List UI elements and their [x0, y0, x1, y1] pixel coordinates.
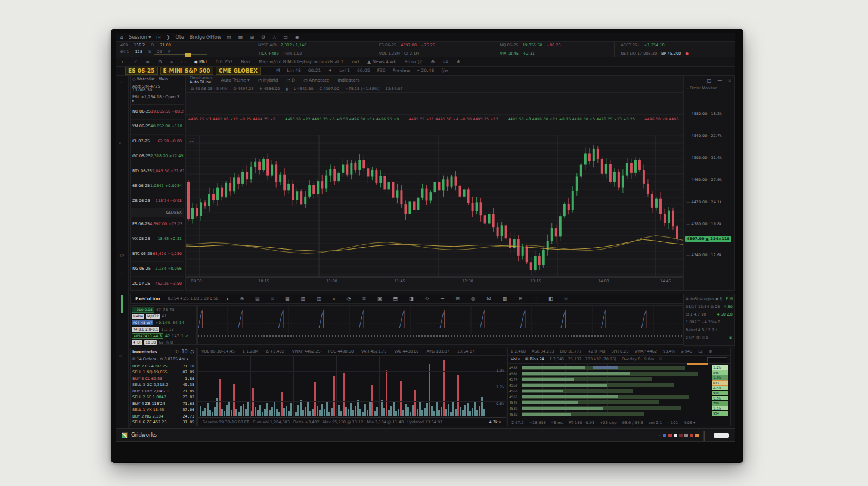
- watchlist-row[interactable]: BTC 05-2568,420 −1,250: [131, 247, 184, 262]
- menu-bridge[interactable]: Bridge: [190, 35, 205, 40]
- depth-row[interactable]: [522, 400, 707, 404]
- chart-tab[interactable]: ◔ D: [286, 78, 295, 83]
- toolbar-icon[interactable]: ⛶: [534, 296, 537, 302]
- strategy-row[interactable]: 03/17 13:54 ⊞ 054.50: [686, 303, 733, 311]
- quote-block-3[interactable]: ACCT P&L+1,254.18NET LIQ 17,005.30BP 45,…: [614, 42, 735, 57]
- order-row[interactable]: SELL 1 VX 18.4557.06: [131, 407, 196, 413]
- fork-icon[interactable]: ⋔: [457, 60, 461, 64]
- slider-handle[interactable]: [185, 53, 191, 57]
- zoom-tool-icon[interactable]: ⌕: [170, 60, 173, 64]
- depth-row[interactable]: [522, 372, 707, 376]
- depth-row[interactable]: [522, 366, 707, 370]
- select-tool-icon[interactable]: ⌐: [122, 60, 126, 64]
- toolbar-icon[interactable]: ⌗: [271, 296, 274, 302]
- levels-tool-icon[interactable]: ≡: [145, 60, 150, 64]
- depth-row[interactable]: [522, 377, 707, 381]
- volume-slider[interactable]: [154, 54, 207, 55]
- download-icon[interactable]: ⤓: [218, 35, 220, 40]
- price-panel-icon[interactable]: —: [717, 78, 722, 84]
- toolbar-icon[interactable]: ◨: [409, 296, 414, 301]
- strategy-row[interactable]: 1.002 ‾ −4 2%a 8: [686, 319, 733, 326]
- toolbar-icon[interactable]: ▥: [301, 296, 306, 301]
- window-icon[interactable]: ▭: [283, 35, 288, 40]
- home-icon[interactable]: ⌂: [120, 35, 123, 40]
- monitor-count[interactable]: 9mvr (2: [405, 60, 423, 64]
- watchlist-row[interactable]: ZB 06-25118'24 −0'08: [131, 194, 184, 209]
- depth-plot[interactable]: 1.2k8451.9k6732.4k9181.5k7861.1k954 4588…: [508, 364, 730, 419]
- signal-row[interactable]: NAD4MJU3241: [132, 313, 195, 319]
- watchlist-row[interactable]: RTY 06-252,045.30 −21.67: [131, 164, 184, 179]
- depth-control[interactable]: ⌸: [659, 357, 662, 362]
- strategy-row[interactable]: AutoStrategies ▪ ¶E M: [686, 295, 733, 303]
- toolbar-icon[interactable]: ◫: [317, 296, 321, 301]
- toolbar-icon[interactable]: ▦: [285, 296, 290, 301]
- depth-row[interactable]: [522, 383, 707, 387]
- depth-control[interactable]: Overlay 8 · 9.0m: [622, 357, 654, 362]
- menu-quotes[interactable]: Qte: [175, 35, 184, 40]
- status-pill[interactable]: [714, 433, 729, 438]
- order-row[interactable]: SELL 6 ZC 452.2531.05: [131, 419, 196, 426]
- order-row[interactable]: SELL 1 NQ 19,85507.89: [131, 369, 196, 376]
- rail-glyph[interactable]: ⊃: [119, 272, 122, 276]
- dom-ladder-cell[interactable]: 2.4k: [712, 385, 728, 391]
- signal-row[interactable]: P07 45 W7+0.14%5414: [132, 320, 195, 326]
- add-window-icon[interactable]: ⊞: [250, 35, 254, 40]
- watchlist-row[interactable]: NG 06-252.184 +0.056: [131, 262, 184, 277]
- symbol-title-chunk[interactable]: E-MINI S&P 500: [160, 67, 213, 75]
- depth-control[interactable]: Σ 2,345 · 25,137 · 703 k37 (70.95): [550, 357, 616, 362]
- order-row[interactable]: SELL 2 6E 1.084223.83: [131, 394, 196, 401]
- watchlist-row[interactable]: NQ 06-2519,855.50 −88.25: [131, 105, 184, 120]
- toolbar-icon[interactable]: ▤: [255, 296, 260, 301]
- dom-ladder-cell[interactable]: 1.1k: [712, 406, 728, 412]
- signal-row[interactable]: 40547410 +4.3421471 ↗: [132, 333, 195, 339]
- toolbar-icon[interactable]: ▣: [377, 296, 382, 301]
- order-row[interactable]: BUY 2 NG 2.18424.73: [131, 413, 196, 420]
- price-panel-icon[interactable]: ⍗: [728, 78, 731, 84]
- alert-icon[interactable]: △: [272, 35, 276, 40]
- toolbar-icon[interactable]: ▩: [503, 296, 507, 301]
- chart-tool-icon[interactable]: ⛶: [190, 137, 193, 144]
- strategy-row[interactable]: 24/7 (3) ⌸ 1🖩: [686, 334, 733, 342]
- strategy-row[interactable]: ⊡ 1 4.7 104.50 ∠8: [686, 311, 733, 319]
- watchlist-row[interactable]: 6E 06-251.0842 +0.0034: [131, 179, 184, 194]
- symbol-title-chunk[interactable]: CME GLOBEX: [216, 67, 261, 75]
- watchlist-row[interactable]: ZC 07-25452.25 −3.50: [131, 277, 184, 291]
- chart-tab[interactable]: Indicators: [337, 78, 359, 83]
- rail-glyph[interactable]: ▫: [119, 354, 122, 359]
- chart-tab[interactable]: ◔ Hybrid: [258, 78, 278, 83]
- toolbar-icon[interactable]: ⊞: [455, 296, 460, 301]
- strategy-row[interactable]: Rated 4.5 / 2.7 ⟟: [686, 326, 733, 334]
- layout-icon[interactable]: ◳: [156, 35, 161, 40]
- toolbar-icon[interactable]: ☰: [440, 296, 444, 301]
- box-tool-icon[interactable]: ▭: [181, 60, 186, 64]
- toolbar-icon[interactable]: ⬒: [393, 296, 398, 301]
- app-status-icon[interactable]: [122, 432, 128, 438]
- orders-header-icon[interactable]: ⚿: [175, 350, 178, 354]
- chart-tab[interactable]: Auto TrLine ▾: [221, 78, 250, 83]
- rail-glyph[interactable]: —: [119, 284, 123, 288]
- watchlist-row[interactable]: YM 06-2540,052.00 +178: [131, 120, 184, 135]
- depth-row[interactable]: [522, 389, 707, 393]
- order-row[interactable]: BUY 1 RTY 2,045.321.89: [131, 388, 196, 395]
- order-row[interactable]: SELL 3 GC 2,318.249.35: [131, 382, 196, 388]
- market-mode[interactable]: ◆ Mkt: [194, 60, 207, 64]
- mode-label[interactable]: md: [352, 60, 359, 64]
- order-row[interactable]: BUY 4 ZB 118'2471.68: [131, 401, 196, 407]
- target-tool-icon[interactable]: ⊙: [158, 60, 162, 64]
- news-flag[interactable]: ▲ News 4 wk: [367, 60, 396, 64]
- dom-ladder-cell[interactable]: 786: [712, 401, 728, 406]
- toolbar-icon[interactable]: ◍: [471, 296, 475, 301]
- watchlist-row[interactable]: ES 06-254,397.00 −75.25: [131, 217, 184, 232]
- depth-control[interactable]: ⊞ Bins 24: [525, 357, 544, 362]
- quote-block-0[interactable]: NYSE A/D2,312 / 1,148TICK +489TRIN 1.02: [252, 42, 373, 57]
- dom-ladder-cell[interactable]: 1.9k: [712, 375, 728, 381]
- quote-block-2[interactable]: NQ 06-2519,855.50−88.25VIX 18.45+2.31: [494, 42, 615, 57]
- signal-row[interactable]: +010 0.05477378: [132, 307, 195, 313]
- bias-label[interactable]: Bias: [241, 60, 250, 64]
- app-status-label[interactable]: Gridworks: [131, 432, 157, 438]
- strategy-note[interactable]: Map w/cm 8 Middle/Gap w Lo cds at 1: [259, 60, 343, 64]
- dom-ladder-cell[interactable]: 954: [712, 411, 728, 416]
- quote-block-1[interactable]: ES 06-254397.00−75.25VOL 1.28MOI 2.1M: [373, 42, 494, 57]
- depth-control[interactable]: Vol ▾: [511, 357, 520, 362]
- record-icon[interactable]: ◉: [295, 35, 299, 40]
